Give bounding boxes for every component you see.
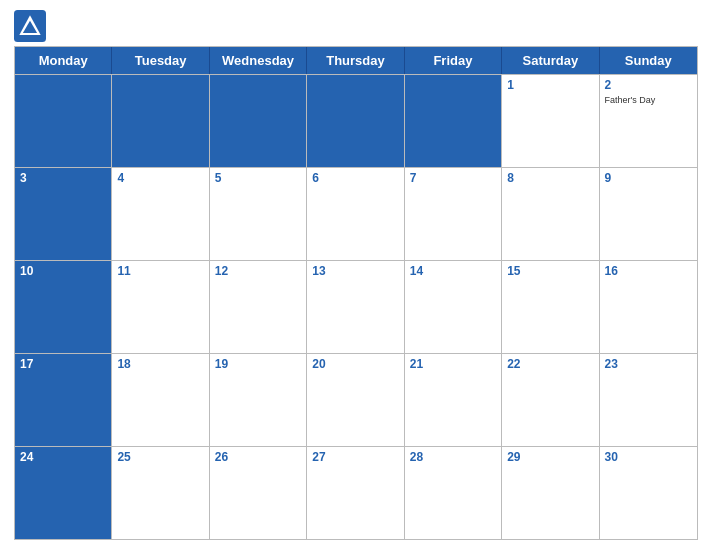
day-cell: 3 [15,168,112,260]
day-headers-row: MondayTuesdayWednesdayThursdayFridaySatu… [15,47,697,74]
day-cell [307,75,404,167]
day-number: 13 [312,264,398,280]
day-cell: 4 [112,168,209,260]
day-number: 2 [605,78,692,94]
holiday-label: Father's Day [605,95,692,106]
day-cell: 11 [112,261,209,353]
day-number: 10 [20,264,106,280]
day-header-wednesday: Wednesday [210,47,307,74]
day-number: 1 [507,78,593,94]
day-cell [210,75,307,167]
day-number: 22 [507,357,593,373]
day-number: 26 [215,450,301,466]
week-row-1: 3456789 [15,167,697,260]
day-number: 3 [20,171,106,187]
day-header-sunday: Sunday [600,47,697,74]
day-number: 20 [312,357,398,373]
day-number: 27 [312,450,398,466]
day-cell: 5 [210,168,307,260]
day-cell: 24 [15,447,112,539]
day-header-thursday: Thursday [307,47,404,74]
day-number: 12 [215,264,301,280]
day-cell: 27 [307,447,404,539]
calendar-grid: MondayTuesdayWednesdayThursdayFridaySatu… [14,46,698,540]
day-cell: 2Father's Day [600,75,697,167]
day-cell: 21 [405,354,502,446]
day-number: 17 [20,357,106,373]
day-number: 5 [215,171,301,187]
calendar-header [14,10,698,42]
week-row-4: 24252627282930 [15,446,697,539]
day-number: 11 [117,264,203,280]
day-number: 9 [605,171,692,187]
day-cell: 28 [405,447,502,539]
day-cell: 17 [15,354,112,446]
day-cell: 1 [502,75,599,167]
day-cell: 18 [112,354,209,446]
week-row-3: 17181920212223 [15,353,697,446]
day-header-tuesday: Tuesday [112,47,209,74]
day-cell: 15 [502,261,599,353]
day-number: 21 [410,357,496,373]
day-number: 8 [507,171,593,187]
day-number: 24 [20,450,106,466]
day-header-friday: Friday [405,47,502,74]
day-cell [405,75,502,167]
day-cell: 29 [502,447,599,539]
calendar-title [52,10,628,12]
day-cell: 13 [307,261,404,353]
day-cell: 26 [210,447,307,539]
week-row-0: 12Father's Day [15,74,697,167]
day-number: 30 [605,450,692,466]
day-number: 23 [605,357,692,373]
day-cell: 30 [600,447,697,539]
day-number: 28 [410,450,496,466]
day-number: 6 [312,171,398,187]
day-cell: 19 [210,354,307,446]
day-number: 16 [605,264,692,280]
country-label [628,10,698,16]
day-cell: 6 [307,168,404,260]
day-number: 15 [507,264,593,280]
day-cell: 25 [112,447,209,539]
day-cell: 16 [600,261,697,353]
day-cell: 20 [307,354,404,446]
generalblue-logo-icon [14,10,46,42]
weeks-container: 12Father's Day34567891011121314151617181… [15,74,697,539]
day-header-monday: Monday [15,47,112,74]
week-row-2: 10111213141516 [15,260,697,353]
day-cell: 7 [405,168,502,260]
day-number: 25 [117,450,203,466]
day-cell: 22 [502,354,599,446]
day-cell: 10 [15,261,112,353]
day-cell: 14 [405,261,502,353]
day-cell: 12 [210,261,307,353]
day-number: 19 [215,357,301,373]
day-number: 14 [410,264,496,280]
day-number: 7 [410,171,496,187]
day-number: 29 [507,450,593,466]
day-header-saturday: Saturday [502,47,599,74]
day-number: 4 [117,171,203,187]
day-cell: 23 [600,354,697,446]
day-cell [112,75,209,167]
day-number: 18 [117,357,203,373]
logo-area [14,10,52,42]
day-cell: 8 [502,168,599,260]
day-cell [15,75,112,167]
calendar-page: MondayTuesdayWednesdayThursdayFridaySatu… [0,0,712,550]
day-cell: 9 [600,168,697,260]
